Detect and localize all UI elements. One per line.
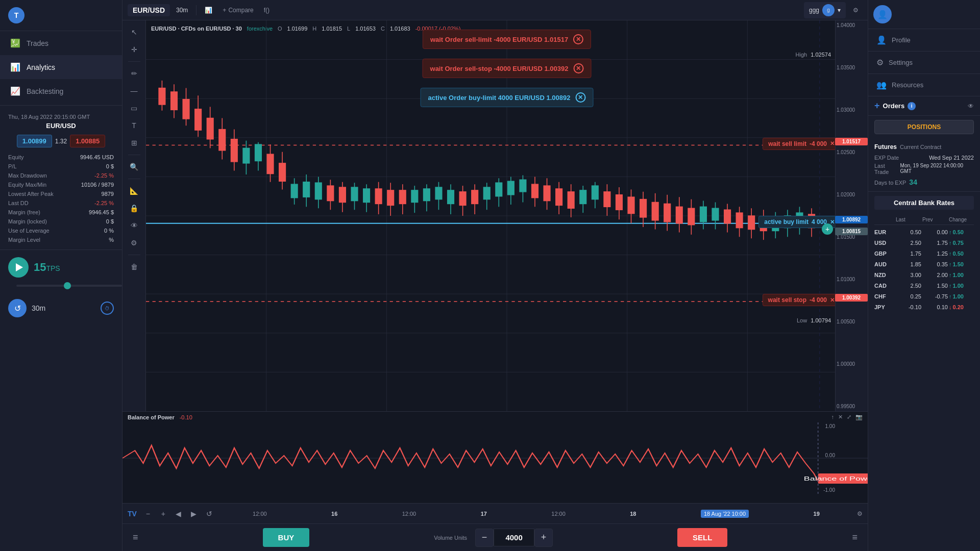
replay-clock[interactable]: ⏱ [101, 302, 114, 315]
settings-tool[interactable]: ⚙ [127, 235, 142, 251]
measure-tool[interactable]: 🔒 [127, 201, 142, 216]
volume-decrease-button[interactable]: − [475, 529, 494, 547]
cb-change: ↑1.00 [949, 283, 977, 289]
visibility-tool[interactable]: 👁 [127, 218, 142, 233]
svg-rect-117 [748, 216, 755, 230]
cb-currency: CHF [874, 293, 895, 299]
chart-timeframe[interactable]: 30m [172, 5, 192, 16]
chart-area: EUR/USD 30m 📊 + Compare f() ggg g ▾ ⚙ ↖ [122, 0, 868, 551]
cb-header-last: Last [896, 217, 921, 222]
chart-type-button[interactable]: 📊 [201, 5, 216, 16]
cb-change: ↑1.00 [949, 293, 977, 299]
replay-button[interactable]: ↺ [8, 299, 27, 317]
zoom-in-button[interactable]: + [157, 508, 169, 520]
settings-button[interactable]: ⚙ [849, 5, 863, 16]
sell-button[interactable]: SELL [677, 528, 727, 547]
reset-zoom-button[interactable]: ↺ [203, 508, 215, 520]
account-selector[interactable]: ggg g ▾ [804, 2, 846, 18]
svg-rect-91 [592, 186, 599, 199]
indicator-value: -0.10 [180, 414, 192, 420]
pan-right-button[interactable]: ▶ [188, 508, 200, 520]
svg-rect-113 [724, 210, 731, 223]
emm-value: 10106 / 9879 [81, 182, 114, 188]
close-icon[interactable]: ✕ [830, 140, 835, 147]
cb-last: 2.50 [896, 240, 921, 246]
close-icon[interactable]: ✕ [575, 92, 585, 103]
sidebar-info: Thu, 18 Aug 2022 20:15:00 GMT EUR/USD 1.… [0, 108, 122, 249]
futures-exp-date: EXP Date Wed Sep 21 2022 [874, 155, 974, 161]
ml-label: Margin (locked) [8, 218, 47, 224]
cb-row: JPY -0.10 0.10 ↓0.20 [874, 302, 974, 313]
speed-thumb[interactable] [64, 282, 71, 289]
ruler-tool[interactable]: 📐 [127, 183, 142, 198]
pencil-tool[interactable]: ✏ [127, 66, 142, 81]
more-menu-button[interactable]: ≡ [852, 532, 857, 543]
rp-nav-profile[interactable]: 👤 Profile [868, 29, 980, 52]
camera-icon[interactable]: 📷 [855, 414, 863, 420]
svg-rect-53 [363, 189, 370, 203]
profile-nav-label: Profile [892, 36, 911, 44]
cb-row: AUD 1.85 0.35 ↑1.50 [874, 259, 974, 270]
mf-value: 9946.45 $ [89, 209, 114, 215]
play-button[interactable] [8, 257, 29, 278]
account-avatar: g [822, 4, 835, 16]
stat-lowest: Lowest After Peak 9879 [8, 190, 114, 197]
tps-value: 15 [34, 261, 46, 273]
expand-icon[interactable]: ⤢ [847, 414, 851, 420]
close-icon[interactable]: ✕ [573, 34, 583, 44]
close-icon[interactable]: ✕ [573, 63, 583, 73]
crosshair-tool[interactable]: ✛ [127, 42, 142, 57]
stat-maxdd: Max Drawdown -2.25 % [8, 172, 114, 179]
rp-nav-settings[interactable]: ⚙ Settings [868, 52, 980, 74]
svg-rect-35 [255, 144, 262, 161]
zoom-tool[interactable]: 🔍 [127, 159, 142, 174]
tool-separator-2 [128, 155, 140, 155]
indicators-button[interactable]: f() [260, 5, 274, 16]
pan-left-button[interactable]: ◀ [173, 508, 185, 520]
arrow-up-icon[interactable]: ↑ [831, 414, 835, 420]
sidebar-item-analytics[interactable]: 📊 Analytics [0, 55, 122, 79]
futures-header: Futures Current Contract [874, 143, 974, 151]
compare-button[interactable]: + Compare [218, 5, 257, 16]
logo-icon: T [8, 7, 24, 23]
close-icon[interactable]: ✕ [830, 297, 835, 304]
shapes-tool[interactable]: ▭ [127, 101, 142, 116]
chart-canvas-area[interactable]: EUR/USD · CFDs on EUR/USD · 30 forexchiv… [146, 20, 868, 411]
speed-slider[interactable] [16, 285, 122, 287]
chart-pair[interactable]: EUR/USD [128, 4, 170, 16]
days-value: 34 [909, 178, 917, 186]
svg-rect-41 [291, 184, 298, 198]
timeline-settings-button[interactable]: ⚙ [857, 510, 863, 517]
text-tool[interactable]: T [127, 118, 142, 133]
svg-rect-31 [231, 139, 238, 162]
exp-date-value: Wed Sep 21 2022 [929, 155, 974, 161]
ann-qty: -4 000 [810, 296, 827, 304]
positions-button[interactable]: POSITIONS [874, 120, 974, 134]
buy-button[interactable]: BUY [263, 528, 310, 547]
volume-increase-button[interactable]: + [534, 529, 553, 547]
svg-rect-97 [628, 197, 634, 213]
timeline-dates: 12:00 16 12:00 17 12:00 18 18 Aug '22 10… [220, 510, 852, 518]
chart-annotation-sell-limit[interactable]: wait sell limit -4 000 ✕ [763, 138, 840, 150]
stat-pl: P/L 0 $ [8, 163, 114, 170]
orders-eye-icon[interactable]: 👁 [968, 103, 974, 110]
cb-row: GBP 1.75 1.25 ↑0.50 [874, 248, 974, 259]
rp-nav-resources[interactable]: 👥 Resources [868, 74, 980, 96]
menu-button[interactable]: ≡ [133, 532, 138, 543]
close-icon[interactable]: ✕ [838, 414, 843, 420]
zoom-out-button[interactable]: − [142, 508, 154, 520]
chart-annotation-sell-stop[interactable]: wait sell stop -4 000 ✕ [763, 294, 840, 306]
bottom-indicator: Balance of Power -0.10 ↑ ✕ ⤢ 📷 Balance o… [122, 411, 868, 503]
price-level-sell-stop: 1.00392 [835, 294, 868, 302]
pl-value: 0 $ [106, 163, 114, 169]
sidebar-item-trades[interactable]: 💹 Trades [0, 31, 122, 55]
horizontal-line-tool[interactable]: — [127, 83, 142, 98]
trash-tool[interactable]: 🗑 [127, 259, 142, 274]
sidebar-item-backtesting[interactable]: 📈 Backtesting [0, 79, 122, 103]
patterns-tool[interactable]: ⊞ [127, 135, 142, 151]
svg-rect-111 [712, 208, 719, 220]
cursor-tool[interactable]: ↖ [127, 24, 142, 40]
mrl-label: Margin Level [8, 237, 40, 243]
profile-nav-icon: 👤 [876, 35, 887, 45]
days-label: Days to EXP [874, 180, 906, 186]
